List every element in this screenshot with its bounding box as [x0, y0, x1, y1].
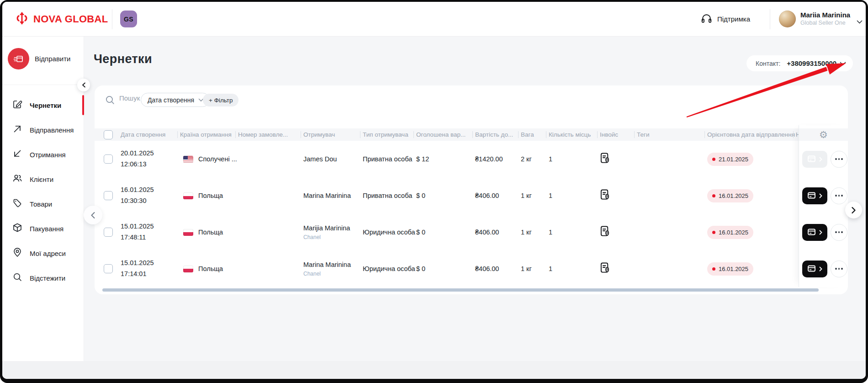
ship-date-cell: 21.01.2025 [707, 153, 796, 166]
payment-button[interactable] [802, 224, 827, 241]
sidebar-item-track[interactable]: Відстежити [2, 266, 84, 290]
table-row[interactable]: 15.01.202517:48:11 Польща Marijia Marini… [95, 214, 799, 251]
sidebar-collapse-button[interactable] [77, 79, 90, 91]
col-delivery-cost[interactable]: Вартість до... [475, 128, 521, 141]
app-window: NOVA GLOBAL GS Підтримка Mariia Marinina… [2, 2, 866, 379]
col-declared-value[interactable]: Оголошена вар... [416, 128, 475, 141]
col-ship-date[interactable]: Орієнтовна дата відправлення [707, 128, 796, 141]
us-flag-icon [183, 156, 193, 163]
payment-button[interactable] [802, 151, 827, 168]
chevron-right-icon [819, 266, 822, 271]
sidebar-item-label: Товари [30, 200, 52, 208]
sidebar-item-drafts[interactable]: Чернетки [2, 93, 84, 117]
date-filter-dropdown[interactable]: Дата створення [141, 93, 210, 107]
row-checkbox[interactable] [104, 264, 113, 273]
sidebar-item-packaging[interactable]: Пакування [2, 216, 84, 241]
row-actions [802, 141, 847, 177]
col-country[interactable]: Країна отримання [180, 128, 238, 141]
declared-value-cell: $ 0 [416, 265, 475, 272]
horizontal-scrollbar[interactable] [102, 288, 819, 292]
sidebar-item-label: Відправлення [30, 126, 74, 134]
invoice-cell[interactable] [600, 189, 637, 203]
workspace-badge[interactable]: GS [120, 11, 137, 27]
invoice-cell[interactable] [600, 262, 637, 276]
arrow-down-left-icon [12, 149, 22, 160]
chevron-right-icon [819, 230, 822, 235]
table-scroll-right-button[interactable] [845, 202, 862, 218]
topbar-divider-2 [770, 9, 770, 29]
sidebar-item-label: Отримання [30, 151, 66, 159]
weight-cell: 1 кг [521, 265, 549, 272]
created-date-cell: 15.01.202517:48:11 [121, 221, 180, 243]
row-menu-button[interactable] [831, 187, 847, 204]
row-menu-button[interactable] [831, 224, 847, 241]
col-order-number[interactable]: Номер замовле... [238, 128, 303, 141]
topbar-divider [112, 9, 112, 29]
recipient-cell: Marina Marinina [303, 192, 363, 199]
row-menu-button[interactable] [831, 151, 847, 168]
created-date-cell: 16.01.202510:30:30 [121, 185, 180, 207]
weight-cell: 2 кг [521, 155, 549, 163]
sidebar-item-goods[interactable]: Товари [2, 192, 84, 216]
invoice-document-icon [600, 152, 610, 165]
send-shipment-button[interactable]: Відправити [8, 48, 71, 69]
table-row[interactable]: 15.01.202517:14:01 Польща Marina Marinin… [95, 250, 799, 287]
sidebar-item-receiving[interactable]: Отримання [2, 142, 84, 167]
recipient-company: Chanel [303, 234, 363, 240]
ship-date-cell: 16.01.2025 [707, 226, 796, 239]
gear-icon: ⚙ [819, 130, 828, 139]
sidebar-item-label: Чернетки [30, 101, 61, 109]
created-date-cell: 15.01.202517:14:01 [121, 258, 180, 280]
row-checkbox[interactable] [104, 154, 113, 164]
sidebar-item-clients[interactable]: Клієнти [2, 167, 84, 192]
payment-button[interactable] [802, 261, 827, 277]
table-row[interactable]: 20.01.202512:06:13 Сполучені ... James D… [95, 141, 799, 178]
sidebar-item-label: Мої адреси [30, 250, 66, 257]
add-filter-label: + Фільтр [209, 97, 233, 104]
select-all-checkbox[interactable] [104, 130, 113, 139]
ship-date-cell: 16.01.2025 [707, 189, 796, 202]
sidebar-nav: Чернетки Відправлення Отримання [2, 93, 84, 290]
row-checkbox[interactable] [104, 228, 113, 237]
row-checkbox[interactable] [104, 191, 113, 200]
sidebar-item-label: Клієнти [30, 176, 53, 183]
invoice-cell[interactable] [600, 225, 637, 239]
col-date[interactable]: Дата створення [121, 128, 180, 141]
delivery-cost-cell: ₴406.00 [475, 265, 521, 272]
payment-button[interactable] [802, 187, 827, 204]
support-button[interactable]: Підтримка [701, 2, 750, 36]
headphones-icon [701, 12, 712, 26]
col-invoice[interactable]: Інвойс [600, 128, 637, 141]
delivery-cost-cell: ₴406.00 [475, 192, 521, 199]
red-dot-icon [712, 194, 715, 197]
table-settings-cell[interactable]: ⚙ [799, 128, 848, 141]
user-menu[interactable]: Mariia Marinina Global Seller One [779, 2, 863, 36]
poland-flag-icon [183, 229, 193, 236]
row-menu-button[interactable] [831, 261, 847, 277]
table-scroll-left-button[interactable] [84, 206, 102, 224]
people-icon [12, 173, 22, 185]
drafts-edit-icon [12, 99, 22, 111]
col-recipient-type[interactable]: Тип отримувача [363, 128, 416, 141]
chevron-right-icon [819, 193, 822, 198]
payment-card-icon [808, 155, 817, 163]
table-row[interactable]: 16.01.202510:30:30 Польща Marina Marinin… [95, 177, 799, 214]
sidebar-item-my-addresses[interactable]: Мої адреси [2, 241, 84, 266]
ship-date-badge: 16.01.2025 [707, 189, 753, 202]
invoice-cell[interactable] [600, 152, 637, 166]
ship-date-badge: 16.01.2025 [707, 226, 753, 239]
col-recipient[interactable]: Отримувач [303, 128, 363, 141]
user-info: Mariia Marinina Global Seller One [800, 11, 850, 27]
col-weight[interactable]: Вага [521, 128, 549, 141]
col-tags[interactable]: Теги [637, 128, 707, 141]
contact-dropdown[interactable]: Контакт: +380993150000 [746, 55, 853, 71]
places-cell: 1 [549, 265, 600, 272]
sidebar-item-shipments[interactable]: Відправлення [2, 117, 84, 142]
red-dot-icon [712, 231, 715, 234]
brand-logo[interactable]: NOVA GLOBAL [15, 2, 108, 36]
col-places[interactable]: Кількість місць [549, 128, 600, 141]
search-icon [105, 95, 115, 107]
add-filter-button[interactable]: + Фільтр [203, 94, 238, 106]
payment-card-icon [808, 265, 817, 272]
search-input[interactable] [118, 94, 141, 102]
